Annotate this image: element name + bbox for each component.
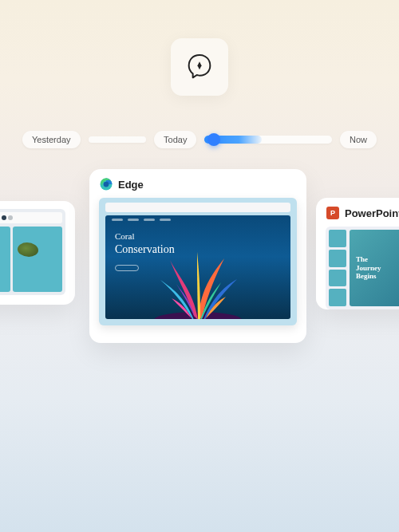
edge-icon bbox=[99, 177, 113, 191]
timeline-now-pill[interactable]: Now bbox=[340, 131, 377, 148]
app-card-edge[interactable]: Edge Coral Conservation bbox=[89, 169, 306, 343]
edge-preview: Coral Conservation bbox=[99, 198, 297, 325]
paint-toolbar bbox=[0, 212, 62, 223]
timeline-slider-knob[interactable] bbox=[207, 133, 220, 146]
timeline-slider-track[interactable] bbox=[204, 136, 332, 144]
app-card-powerpoint[interactable]: P PowerPoint The Journey Begins bbox=[316, 198, 399, 309]
app-card-paint[interactable] bbox=[0, 201, 75, 305]
slide-thumbnails bbox=[329, 230, 346, 306]
timeline-yesterday-pill[interactable]: Yesterday bbox=[22, 131, 81, 148]
browser-chrome bbox=[105, 203, 290, 212]
coral-illustration bbox=[138, 244, 258, 319]
paint-preview bbox=[0, 209, 65, 295]
timeline-segment-past[interactable] bbox=[89, 136, 147, 143]
app-header-powerpoint: P PowerPoint bbox=[326, 206, 399, 220]
powerpoint-preview: The Journey Begins bbox=[326, 227, 399, 309]
app-carousel: Edge Coral Conservation bbox=[0, 169, 399, 353]
timeline-yesterday-label: Yesterday bbox=[32, 135, 71, 144]
powerpoint-icon: P bbox=[326, 206, 340, 220]
svg-point-1 bbox=[104, 182, 109, 187]
site-hero-button bbox=[115, 265, 139, 271]
timeline: Yesterday Today Now bbox=[0, 131, 399, 148]
app-title-powerpoint: PowerPoint bbox=[345, 207, 399, 219]
hero-line1: Coral bbox=[115, 231, 134, 241]
site-nav bbox=[112, 219, 284, 225]
timeline-now-label: Now bbox=[350, 135, 367, 144]
slide-title: The Journey Begins bbox=[356, 255, 381, 281]
copilot-button[interactable] bbox=[171, 38, 228, 96]
timeline-today-label: Today bbox=[164, 135, 187, 144]
browser-body: Coral Conservation bbox=[105, 215, 290, 319]
slide-main: The Journey Begins bbox=[350, 230, 399, 306]
app-header-edge: Edge bbox=[99, 177, 297, 191]
app-title-edge: Edge bbox=[118, 179, 144, 191]
copilot-icon bbox=[184, 51, 215, 83]
timeline-today-pill[interactable]: Today bbox=[154, 131, 196, 148]
